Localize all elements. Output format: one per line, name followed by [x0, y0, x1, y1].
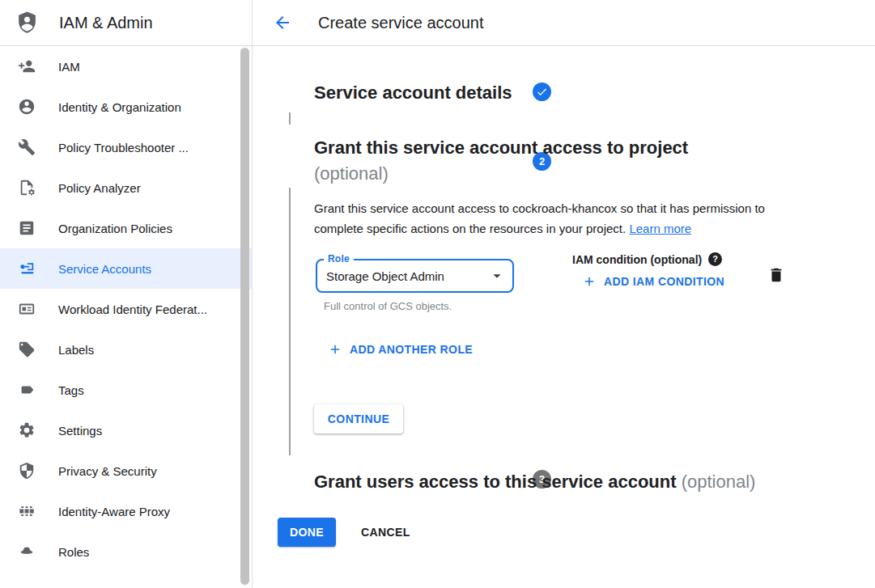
step2-description-text: Grant this service account access to coc… [314, 201, 765, 235]
product-header: IAM & Admin [0, 0, 253, 45]
sidebar-item-service-accounts[interactable]: Service Accounts [0, 248, 252, 289]
sidebar-item-label: Policy Troubleshooter ... [58, 141, 189, 154]
add-iam-condition-button[interactable]: ADD IAM CONDITION [582, 274, 724, 289]
document-gear-icon [18, 179, 36, 197]
arrow-back-icon[interactable] [273, 13, 292, 32]
sidebar-item-policy-analyzer[interactable]: Policy Analyzer [0, 167, 252, 208]
sidebar-item-label: Identity-Aware Proxy [58, 505, 170, 518]
gear-icon [18, 421, 36, 439]
plus-icon [582, 274, 597, 289]
label-tag-icon [18, 341, 36, 358]
product-title: IAM & Admin [59, 14, 153, 32]
sidebar-item-roles[interactable]: Roles [0, 531, 252, 572]
role-field-label: Role [324, 253, 354, 264]
wrench-icon [18, 138, 36, 156]
badge-card-icon [18, 300, 36, 318]
step2-description: Grant this service account access to coc… [314, 198, 800, 239]
chevron-down-icon [488, 267, 506, 285]
help-icon[interactable]: ? [708, 252, 722, 266]
tag-arrow-icon [18, 381, 36, 399]
sidebar-item-label: Tags [58, 383, 84, 397]
delete-role-trash-icon[interactable] [767, 266, 785, 284]
sidebar-item-label: Roles [58, 545, 89, 559]
gcp-console-app: IAM & Admin Create service account IAM I… [0, 0, 875, 588]
step3-title: Grant users access to this service accou… [314, 469, 848, 495]
stepper-connector [289, 188, 291, 455]
role-dropdown[interactable]: Role Storage Object Admin [316, 259, 514, 293]
person-add-icon [18, 57, 36, 75]
sidebar-item-tags[interactable]: Tags [0, 370, 252, 410]
shield-half-icon [18, 462, 36, 480]
stepper-connector [289, 112, 291, 125]
done-button[interactable]: DONE [278, 518, 336, 547]
proxy-strip-icon [18, 502, 36, 520]
sidebar-item-identity-aware-proxy[interactable]: Identity-Aware Proxy [0, 491, 252, 531]
hat-icon [18, 543, 36, 561]
sidebar-item-settings[interactable]: Settings [0, 410, 252, 451]
step3-title-text: Grant users access to this service accou… [314, 472, 677, 492]
step2-title: Grant this service account access to pro… [314, 135, 767, 187]
sidebar-item-label: Labels [58, 343, 94, 357]
continue-button[interactable]: CONTINUE [314, 404, 403, 434]
sidebar-item-organization-policies[interactable]: Organization Policies [0, 208, 252, 248]
step2-optional-label: (optional) [314, 163, 389, 184]
step1-title: Service account details [314, 80, 512, 106]
sidebar-item-policy-troubleshooter[interactable]: Policy Troubleshooter ... [0, 127, 252, 167]
plus-icon [328, 342, 342, 357]
sidebar-scrollbar[interactable] [240, 48, 249, 585]
service-account-key-icon [18, 260, 36, 277]
top-bar: IAM & Admin Create service account [0, 0, 875, 46]
sidebar-item-privacy-security[interactable]: Privacy & Security [0, 451, 252, 491]
step1-completed-check-icon [533, 82, 551, 101]
article-icon [18, 219, 36, 237]
iam-condition-header: IAM condition (optional) ? [572, 252, 722, 266]
step2-title-text: Grant this service account access to pro… [314, 137, 688, 158]
step3-optional-label: (optional) [682, 472, 756, 492]
sidebar-item-iam[interactable]: IAM [0, 46, 252, 87]
page-header: Create service account [253, 0, 875, 45]
create-service-account-form: Service account details 2 Grant this ser… [253, 46, 875, 588]
add-another-role-label: ADD ANOTHER ROLE [350, 343, 473, 356]
role-helper-text: Full control of GCS objects. [324, 300, 452, 312]
sidebar-item-label: Privacy & Security [58, 464, 157, 478]
sidebar-item-label: Settings [58, 424, 102, 438]
role-selected-value: Storage Object Admin [326, 269, 488, 283]
account-circle-icon [18, 98, 36, 116]
sidebar-item-workload-identity-federation[interactable]: Workload Identity Federat... [0, 289, 252, 329]
page-title: Create service account [318, 14, 484, 32]
sidebar-item-label: Service Accounts [58, 262, 151, 276]
iam-condition-label: IAM condition (optional) [572, 253, 702, 266]
sidebar-item-label: Identity & Organization [58, 100, 181, 114]
sidebar-item-labels[interactable]: Labels [0, 329, 252, 370]
cancel-button[interactable]: CANCEL [361, 518, 410, 547]
sidebar-item-label: Policy Analyzer [58, 181, 141, 195]
sidebar-item-label: Organization Policies [58, 222, 172, 235]
sidebar-item-identity-organization[interactable]: Identity & Organization [0, 87, 252, 127]
sidebar-nav: IAM Identity & Organization Policy Troub… [0, 46, 253, 588]
learn-more-link[interactable]: Learn more [629, 222, 691, 235]
add-iam-condition-label: ADD IAM CONDITION [604, 275, 724, 288]
sidebar-item-label: Workload Identity Federat... [58, 302, 207, 316]
add-another-role-button[interactable]: ADD ANOTHER ROLE [328, 342, 473, 357]
sidebar-item-label: IAM [58, 60, 80, 74]
iam-shield-icon [15, 9, 40, 36]
